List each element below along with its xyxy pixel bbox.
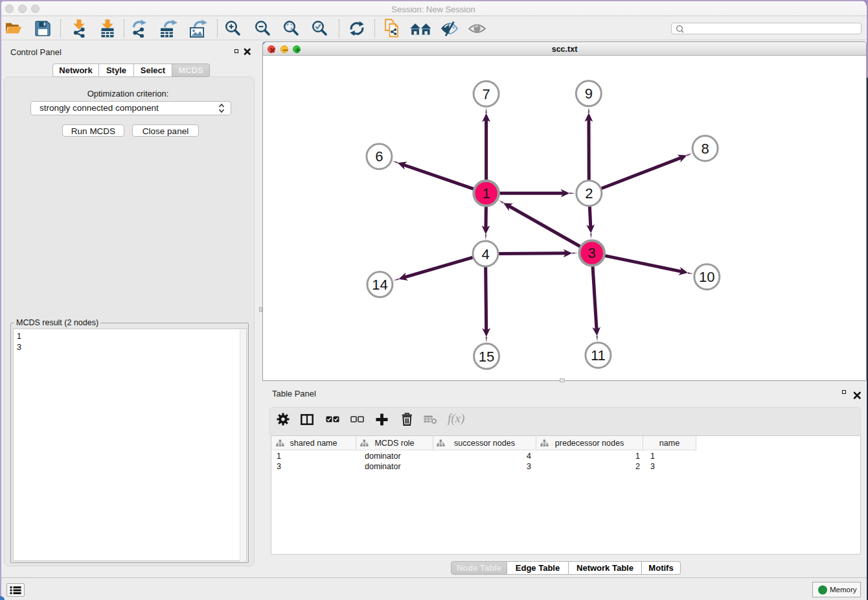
svg-text:11: 11 xyxy=(591,347,606,363)
svg-text:4: 4 xyxy=(481,246,489,262)
svg-text:7: 7 xyxy=(482,86,490,102)
svg-text:1: 1 xyxy=(482,185,490,202)
svg-text:14: 14 xyxy=(372,277,387,293)
svg-text:6: 6 xyxy=(375,148,383,165)
svg-text:9: 9 xyxy=(585,86,593,102)
svg-text:10: 10 xyxy=(699,269,714,285)
svg-text:15: 15 xyxy=(479,349,494,365)
svg-text:2: 2 xyxy=(585,185,593,202)
svg-text:3: 3 xyxy=(588,245,596,261)
svg-text:8: 8 xyxy=(701,141,709,157)
